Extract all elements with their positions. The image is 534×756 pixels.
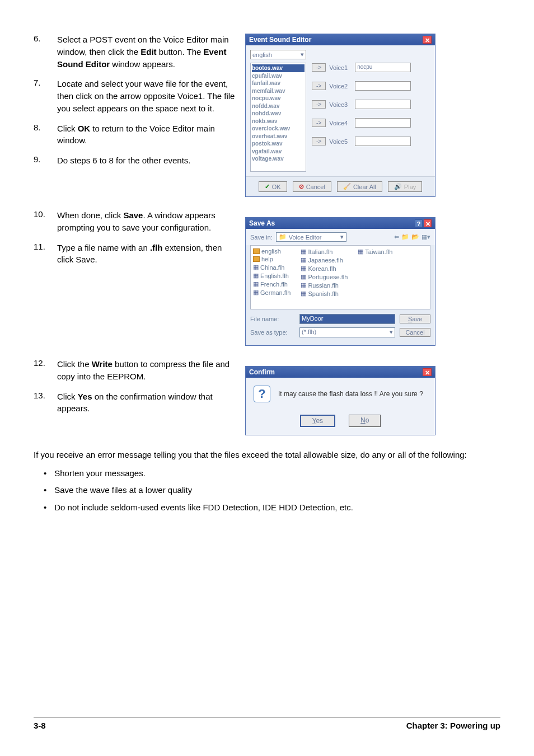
file-icon: ▦	[301, 290, 306, 297]
save-as-type-label: Save as type:	[250, 329, 295, 336]
assign-arrow-button[interactable]: ->	[312, 63, 326, 72]
wave-file-list[interactable]: bootos.wav cpufail.wav fanfail.wav memfa…	[250, 63, 306, 172]
list-item[interactable]: ▦China.flh	[253, 264, 291, 271]
bullet-text: Do not include seldom-used events like F…	[54, 501, 353, 514]
voice-value	[355, 118, 411, 128]
bullet-text: Shorten your messages.	[54, 467, 146, 480]
step-text: Do steps 6 to 8 for the other events.	[57, 154, 235, 167]
voice-label: Voice5	[329, 138, 352, 145]
up-folder-icon[interactable]: 📁	[401, 233, 409, 241]
voice-label: Voice3	[329, 101, 352, 108]
new-folder-icon[interactable]: 📂	[411, 233, 419, 241]
folder-icon: 📁	[279, 233, 287, 241]
step-text: Click Yes on the confirmation window tha…	[57, 391, 235, 415]
voice-label: Voice2	[329, 83, 352, 90]
step-number: 6.	[34, 34, 57, 70]
list-item[interactable]: ▦Japanese.flh	[301, 256, 348, 264]
bullet-icon: •	[44, 501, 46, 514]
assign-arrow-button[interactable]: ->	[312, 119, 326, 127]
language-dropdown[interactable]: english▾	[250, 50, 306, 59]
save-in-dropdown[interactable]: 📁 Voice Editor ▾	[276, 232, 347, 242]
play-button[interactable]: 🔊Play	[388, 181, 422, 192]
list-item[interactable]: memfail.wav	[252, 87, 305, 95]
file-icon: ▦	[253, 264, 259, 271]
no-button[interactable]: No	[349, 415, 381, 427]
file-icon: ▦	[301, 273, 306, 280]
close-icon[interactable]: ✕	[424, 219, 432, 227]
voice-value	[355, 100, 411, 109]
step-text: Locate and select your wave file for the…	[57, 78, 235, 114]
clear-all-button[interactable]: 🧹Clear All	[337, 181, 382, 192]
list-item[interactable]: nohdd.wav	[252, 110, 305, 118]
step-number: 9.	[34, 154, 57, 167]
cancel-button[interactable]: ⊘Cancel	[293, 181, 331, 192]
chevron-down-icon: ▾	[340, 233, 344, 241]
step-number: 10.	[34, 209, 57, 234]
back-icon[interactable]: ⇐	[394, 233, 399, 241]
window-title: Save As	[249, 219, 275, 227]
list-item[interactable]: ▦Korean.flh	[301, 265, 348, 272]
list-item[interactable]: nokb.wav	[252, 118, 305, 125]
file-name-input[interactable]: MyDoor	[299, 314, 395, 324]
list-item[interactable]: ▦Italian.flh	[301, 248, 348, 255]
file-icon: ▦	[301, 281, 306, 289]
body-paragraph: If you receive an error message telling …	[34, 449, 500, 462]
file-icon: ▦	[301, 265, 306, 272]
speaker-icon: 🔊	[394, 183, 402, 190]
list-item[interactable]: bootos.wav	[252, 64, 305, 72]
help-icon[interactable]: ?	[415, 219, 423, 227]
bullet-icon: •	[44, 467, 46, 480]
list-item[interactable]: overheat.wav	[252, 133, 305, 140]
assign-arrow-button[interactable]: ->	[312, 82, 326, 90]
list-item[interactable]: ▦Taiwan.flh	[358, 248, 392, 255]
folder-icon	[253, 248, 260, 254]
ok-button[interactable]: ✓OK	[259, 181, 287, 192]
save-as-dialog: Save As ? ✕ Save in: 📁 Voice Editor ▾ ⇐	[245, 217, 435, 346]
assign-arrow-button[interactable]: ->	[312, 137, 326, 145]
list-item[interactable]: overclock.wav	[252, 125, 305, 133]
list-item[interactable]: ▦French.flh	[253, 280, 291, 288]
list-item[interactable]: nofdd.wav	[252, 102, 305, 110]
list-item[interactable]: cpufail.wav	[252, 72, 305, 80]
step-text: Type a file name with an .flh extension,…	[57, 242, 235, 266]
bullet-text: Save the wave files at a lower quality	[54, 484, 192, 497]
list-item[interactable]: help	[253, 256, 291, 262]
list-item[interactable]: english	[253, 248, 291, 255]
voice-value	[355, 137, 411, 146]
file-browser[interactable]: english help ▦China.flh ▦English.flh ▦Fr…	[250, 245, 430, 309]
cancel-icon: ⊘	[299, 183, 304, 190]
save-button[interactable]: Save	[400, 314, 430, 323]
list-item[interactable]: fanfail.wav	[252, 79, 305, 87]
list-item[interactable]: postok.wav	[252, 140, 305, 148]
list-item[interactable]: voltage.wav	[252, 155, 305, 163]
bullet-icon: •	[44, 484, 46, 497]
file-icon: ▦	[301, 256, 306, 264]
list-item[interactable]: ▦English.flh	[253, 272, 291, 279]
save-as-type-dropdown[interactable]: (*.flh)▾	[299, 327, 395, 337]
cancel-button[interactable]: Cancel	[400, 328, 430, 337]
list-item[interactable]: ▦Spanish.flh	[301, 290, 348, 297]
confirm-dialog: Confirm ✕ ? It may cause the flash data …	[245, 366, 435, 435]
assign-arrow-button[interactable]: ->	[312, 100, 326, 109]
yes-button[interactable]: Yes	[300, 415, 336, 427]
list-item[interactable]: ▦Portuguese.flh	[301, 273, 348, 280]
chevron-down-icon: ▾	[390, 328, 393, 336]
step-number: 13.	[34, 391, 57, 415]
close-icon[interactable]: ✕	[423, 368, 432, 376]
step-number: 11.	[34, 242, 57, 266]
event-sound-editor-window: Event Sound Editor ✕ english▾ bootos.wav…	[245, 34, 435, 197]
list-item[interactable]: ▦German.flh	[253, 289, 291, 296]
step-text: Select a POST event on the Voice Editor …	[57, 34, 235, 70]
list-item[interactable]: vgafail.wav	[252, 148, 305, 156]
list-item[interactable]: nocpu.wav	[252, 95, 305, 102]
list-item[interactable]: ▦Russian.flh	[301, 281, 348, 289]
voice-value	[355, 81, 411, 91]
file-icon: ▦	[253, 280, 259, 288]
file-icon: ▦	[253, 272, 259, 279]
file-icon: ▦	[358, 248, 363, 255]
window-title: Confirm	[249, 368, 275, 376]
step-text: Click the Write button to compress the f…	[57, 358, 235, 383]
close-icon[interactable]: ✕	[423, 36, 432, 44]
step-number: 8.	[34, 123, 57, 147]
view-icon[interactable]: ▦▾	[421, 233, 430, 241]
